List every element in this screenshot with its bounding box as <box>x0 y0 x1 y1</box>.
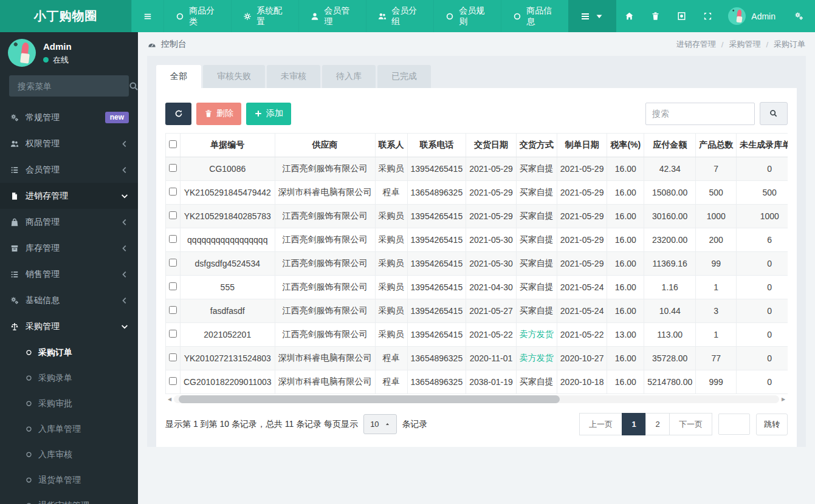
page-button-2[interactable]: 2 <box>645 413 670 435</box>
column-header[interactable]: 联系人 <box>375 134 407 157</box>
column-header[interactable]: 产品总数 <box>696 134 737 157</box>
sidebar-subitem-采购审批[interactable]: 采购审批 <box>0 390 138 416</box>
row-checkbox[interactable] <box>169 164 177 172</box>
table-row[interactable]: CG10086江西亮剑服饰有限公司采购员139542654152021-05-2… <box>166 157 788 181</box>
topnav-item[interactable]: 系统配置 <box>231 0 298 32</box>
table-row[interactable]: CG2010182209011003深圳市科睿电脑有限公司程卓136548963… <box>166 370 788 394</box>
column-header[interactable]: 交货方式 <box>516 134 557 157</box>
column-header[interactable]: 供应商 <box>275 134 375 157</box>
column-header[interactable]: 交货日期 <box>466 134 517 157</box>
prev-page-button[interactable]: 上一页 <box>579 413 622 435</box>
table-row[interactable]: qqqqqqqqqqqqqqqqq江西亮剑服饰有限公司采购员1395426541… <box>166 228 788 252</box>
sidebar-item-会员管理[interactable]: 会员管理 <box>0 157 138 183</box>
table-row[interactable]: 2021052201江西亮剑服饰有限公司采购员139542654152021-0… <box>166 323 788 347</box>
row-checkbox[interactable] <box>169 353 177 361</box>
trash-button[interactable] <box>642 0 669 32</box>
sidebar-item-商品管理[interactable]: 商品管理 <box>0 209 138 235</box>
column-header[interactable]: 税率(%) <box>607 134 644 157</box>
tab-审核失败[interactable]: 审核失败 <box>203 65 265 88</box>
sidebar-search-input[interactable] <box>16 81 129 92</box>
add-button[interactable]: 添加 <box>246 103 291 125</box>
table-row[interactable]: dsfgsdfg4524534江西亮剑服饰有限公司采购员139542654152… <box>166 252 788 276</box>
select-all-checkbox[interactable] <box>169 140 177 148</box>
topnav-item[interactable]: 商品信息 <box>501 0 568 32</box>
table-search-button[interactable] <box>760 102 788 125</box>
brand-logo[interactable]: 小丁购物圈 <box>0 0 131 32</box>
settings-cogs-button[interactable] <box>783 0 815 32</box>
sidebar-subitem-退货审核管理[interactable]: 退货审核管理 <box>0 492 138 504</box>
tab-全部[interactable]: 全部 <box>156 65 201 88</box>
row-checkbox[interactable] <box>169 377 177 385</box>
gear-icon <box>243 12 252 21</box>
sidebar-item-采购管理[interactable]: 采购管理 <box>0 313 138 339</box>
column-header[interactable]: 未生成录库单数 <box>737 134 788 157</box>
sidebar-subitem-入库单管理[interactable]: 入库单管理 <box>0 416 138 441</box>
page-button-1[interactable]: 1 <box>622 413 646 435</box>
sidebar-item-进销存管理[interactable]: 进销存管理 <box>0 183 138 209</box>
nav-list-dropdown-button[interactable] <box>568 0 616 32</box>
doc-image-icon <box>677 12 686 21</box>
table-row[interactable]: YK2105291840285783江西亮剑服饰有限公司采购员139542654… <box>166 205 788 228</box>
table-search-input[interactable] <box>645 103 755 125</box>
sidebar-subitem-采购订单[interactable]: 采购订单 <box>0 339 138 365</box>
sidebar-item-基础信息[interactable]: 基础信息 <box>0 287 138 313</box>
column-header[interactable]: 制单日期 <box>557 134 607 157</box>
next-page-button[interactable]: 下一页 <box>669 413 712 435</box>
table-cell: 13954265415 <box>407 205 466 228</box>
column-header[interactable]: 单据编号 <box>181 134 275 157</box>
chevron-left-icon <box>120 270 129 279</box>
tab-待入库[interactable]: 待入库 <box>322 65 376 88</box>
home-button[interactable] <box>616 0 642 32</box>
tab-未审核[interactable]: 未审核 <box>267 65 320 88</box>
sidebar-subitem-退货单管理[interactable]: 退货单管理 <box>0 467 138 492</box>
sidebar-item-库存管理[interactable]: 库存管理 <box>0 235 138 261</box>
scrollbar-track[interactable] <box>174 395 779 403</box>
topnav-item[interactable]: 会员规则 <box>433 0 501 32</box>
topnav-item[interactable]: 会员分组 <box>366 0 433 32</box>
tab-已完成[interactable]: 已完成 <box>377 65 431 88</box>
dashboard-icon <box>148 40 156 49</box>
table-row[interactable]: YK2010272131524803深圳市科睿电脑有限公司程卓136548963… <box>166 347 788 370</box>
jump-page-input[interactable] <box>718 414 750 435</box>
sidebar-subitem-入库审核[interactable]: 入库审核 <box>0 441 138 467</box>
breadcrumb-link[interactable]: 采购订单 <box>774 39 805 50</box>
sidebar-subitem-采购录单[interactable]: 采购录单 <box>0 365 138 390</box>
sidebar-item-常规管理[interactable]: 常规管理new <box>0 104 138 131</box>
circle-icon <box>26 477 32 483</box>
breadcrumb-link[interactable]: 采购管理 <box>729 39 760 50</box>
delete-button[interactable]: 删除 <box>196 103 241 125</box>
column-header[interactable]: 应付金额 <box>644 134 696 157</box>
table-cell: 深圳市科睿电脑有限公司 <box>275 370 375 394</box>
jump-button[interactable]: 跳转 <box>756 414 788 435</box>
table-cell: CG2010182209011003 <box>181 370 275 394</box>
sidebar-toggle-button[interactable] <box>131 0 163 32</box>
table-row[interactable]: 555江西亮剑服饰有限公司采购员139542654152021-04-30买家自… <box>166 276 788 299</box>
table-row[interactable]: fasdfasdf江西亮剑服饰有限公司采购员139542654152021-05… <box>166 299 788 323</box>
row-checkbox[interactable] <box>169 306 177 314</box>
topnav-item[interactable]: 会员管理 <box>298 0 366 32</box>
breadcrumb-link[interactable]: 进销存管理 <box>676 39 716 50</box>
row-checkbox[interactable] <box>169 259 177 267</box>
scroll-right-arrow[interactable]: ▶ <box>779 397 788 402</box>
row-checkbox[interactable] <box>169 211 177 219</box>
circle-icon <box>26 349 32 356</box>
page-size-dropdown[interactable]: 10 <box>363 414 396 434</box>
refresh-button[interactable] <box>165 103 191 125</box>
scrollbar-thumb[interactable] <box>179 395 560 403</box>
column-header[interactable]: 联系电话 <box>407 134 466 157</box>
row-checkbox[interactable] <box>169 235 177 243</box>
topnav-item[interactable]: 商品分类 <box>163 0 231 32</box>
table-cell: 5214780.00 <box>644 370 696 394</box>
expand-button[interactable] <box>695 0 721 32</box>
sidebar-item-销售管理[interactable]: 销售管理 <box>0 261 138 287</box>
doc-image-button[interactable] <box>669 0 695 32</box>
row-checkbox[interactable] <box>169 330 177 338</box>
row-checkbox[interactable] <box>169 188 177 196</box>
table-row[interactable]: YK2105291845479442深圳市科睿电脑有限公司程卓136548963… <box>166 181 788 205</box>
dashboard-link[interactable]: 控制台 <box>148 39 187 50</box>
scroll-left-arrow[interactable]: ◀ <box>165 397 174 402</box>
row-checkbox[interactable] <box>169 282 177 290</box>
main-area: 控制台 进销存管理/采购管理/采购订单 全部审核失败未审核待入库已完成 删除 添… <box>138 32 815 504</box>
sidebar-item-权限管理[interactable]: 权限管理 <box>0 131 138 157</box>
user-menu[interactable]: Admin <box>721 0 783 32</box>
